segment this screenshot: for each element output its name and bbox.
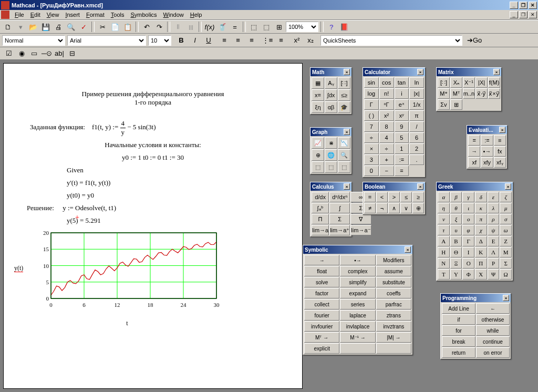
greek-υ[interactable]: υ [450,225,462,235]
greek-λ[interactable]: λ [488,203,500,213]
function-button[interactable]: f(x) [204,21,215,33]
palette-cell[interactable]: i [395,88,409,99]
palette-cell[interactable]: ∫dx [325,89,337,101]
greek-Ι[interactable]: Ι [462,247,474,257]
palette-cell[interactable]: x⃗×y⃗ [488,88,500,99]
palette-cell[interactable]: series [340,299,375,310]
palette-cell[interactable]: = [395,166,409,176]
math-palette[interactable]: Math× ▦Aᵧ[∷]x=∫dx≤≥ξηαβ🎓 [310,67,352,115]
greek-Σ[interactable]: Σ [500,258,512,269]
palette-cell[interactable]: 1 [395,143,409,154]
go-button[interactable]: ➔Go [464,35,484,46]
greek-η[interactable]: η [438,203,450,213]
menu-view[interactable]: View [44,11,63,19]
align-button[interactable]: ⫴ [172,21,184,33]
palette-cell[interactable]: ⊞ [450,99,462,110]
palette-cell[interactable]: 📈 [312,137,324,149]
greek-ω[interactable]: ω [500,225,512,235]
zoom-select[interactable]: 100% [286,22,318,32]
palette-cell[interactable]: ∫ₐᵇ [312,203,329,213]
calculus-palette-close[interactable]: × [344,183,350,190]
palette-cell[interactable]: solve [304,277,339,287]
fontsize-select[interactable]: 10 [148,35,171,46]
palette-cell[interactable]: ÷ [364,132,379,143]
palette-cell[interactable]: invlaplace [340,321,375,332]
paste-button[interactable]: 📋 [122,21,133,33]
palette-cell[interactable]: ≠ [364,203,376,213]
palette-cell[interactable]: + [379,154,394,165]
greek-Β[interactable]: Β [450,236,462,246]
palette-cell[interactable]: fx [494,146,506,157]
palette-cell[interactable]: / [409,121,424,132]
menu-file[interactable]: File [12,11,27,19]
palette-cell[interactable]: xfy [481,157,493,168]
menu-format[interactable]: Format [83,11,108,19]
list-control[interactable]: ⊟ [67,49,77,58]
quicksheets-select[interactable]: QuickSheets [320,35,462,46]
palette-cell[interactable]: ÷ [379,143,394,154]
bold-button[interactable]: B [175,35,187,46]
palette-cell[interactable]: return [442,347,475,358]
greek-Χ[interactable]: Χ [475,269,487,280]
palette-cell[interactable]: → [468,146,480,157]
greek-γ[interactable]: γ [462,192,474,202]
palette-cell[interactable]: ≥ [412,192,424,202]
palette-cell[interactable]: float [304,266,339,276]
palette-cell[interactable]: explicit [304,343,339,354]
font-select[interactable]: Arial [67,35,146,46]
palette-cell[interactable]: otherwise [476,314,510,325]
palette-cell[interactable]: complex [340,266,375,276]
palette-cell[interactable]: ⬚ [325,161,337,173]
palette-cell[interactable]: expand [340,288,375,298]
component2-button[interactable]: ⬚ [261,21,272,33]
palette-cell[interactable]: break [442,336,475,347]
palette-cell[interactable]: 📉 [338,137,350,149]
palette-cell[interactable]: Σv [438,99,450,110]
greek-palette[interactable]: Greek× αβγδεζηθικλμνξοπρστυφχψωΑΒΓΔΕΖΗΘΙ… [436,182,513,281]
palette-cell[interactable]: eˣ [395,99,409,110]
palette-cell[interactable]: > [388,192,400,202]
calculus-palette[interactable]: Calculus× d/dxdⁿ/dxⁿ∞∫ₐᵇ∫ΣΠΣ∇lim→alim→a⁺… [310,182,352,237]
palette-cell[interactable]: Mᵀ [450,88,462,99]
numbering-button[interactable]: ≡ [275,35,287,46]
palette-cell[interactable]: for [442,325,475,336]
align-center-button[interactable]: ≡ [232,35,244,46]
palette-cell[interactable]: x² [379,110,394,121]
greek-Ν[interactable]: Ν [438,258,450,269]
calculator-palette-close[interactable]: × [417,69,423,75]
palette-cell[interactable]: ztrans [376,310,411,321]
greek-Κ[interactable]: Κ [475,247,487,257]
palette-cell[interactable]: dⁿ/dxⁿ [329,192,350,202]
greek-Δ[interactable]: Δ [475,236,487,246]
greek-Ψ[interactable]: Ψ [488,269,500,280]
greek-Τ[interactable]: Τ [438,269,450,280]
palette-cell[interactable]: assume [376,266,411,276]
palette-cell[interactable]: ∨ [400,203,412,213]
greek-Ζ[interactable]: Ζ [500,236,512,246]
graph-palette[interactable]: Graph× 📈⋇📉⊕🌐🔍⬚⬚⬚ [310,127,352,174]
greek-κ[interactable]: κ [475,203,487,213]
palette-cell[interactable]: •→ [481,146,493,157]
menu-help[interactable]: Help [187,11,205,19]
greek-Φ[interactable]: Φ [462,269,474,280]
spell-button[interactable]: ✓ [78,21,89,33]
palette-cell[interactable]: cos [379,77,394,88]
preview-button[interactable]: 🔍 [65,21,77,33]
palette-cell[interactable]: xf [468,157,480,168]
copy-button[interactable]: 📄 [109,21,121,33]
greek-Π[interactable]: Π [475,258,487,269]
palette-cell[interactable]: Modifiers [376,255,411,265]
palette-cell[interactable]: ⊕ [412,203,424,213]
palette-cell[interactable] [376,343,411,354]
palette-cell[interactable]: ∫ [329,203,350,213]
palette-cell[interactable]: |X| [475,77,488,88]
open-button[interactable]: 📂 [27,21,39,33]
palette-cell[interactable]: := [395,154,409,165]
palette-cell[interactable]: f(M) [488,77,500,88]
palette-cell[interactable]: coeffs [376,288,411,298]
greek-ψ[interactable]: ψ [488,225,500,235]
palette-cell[interactable]: X⁻¹ [463,77,475,88]
mdi-close-button[interactable]: ✕ [529,11,537,18]
undo-button[interactable]: ↶ [141,21,152,33]
boolean-palette-close[interactable]: × [417,183,423,190]
